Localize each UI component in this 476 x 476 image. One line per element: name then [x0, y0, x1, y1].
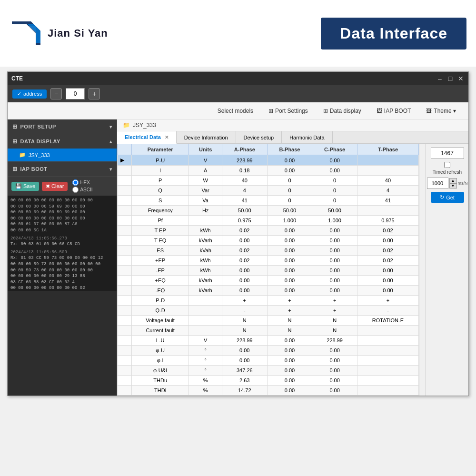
close-button[interactable]: ✕ — [457, 75, 465, 82]
hex-radio[interactable] — [72, 179, 79, 186]
row-arrow-cell — [118, 246, 132, 256]
table-row[interactable]: -EQ kVarh 0.00 0.00 0.00 0.00 — [118, 286, 419, 296]
table-row[interactable]: φ-U&I ° 347.26 0.00 0.00 — [118, 366, 419, 376]
app-window: CTE – □ ✕ ✓ address − + Select models ⊞ … — [7, 71, 469, 396]
page-title: Data Interface — [340, 25, 447, 42]
row-c-phase: 0 — [312, 186, 357, 196]
table-row[interactable]: I A 0.18 0.00 0.00 — [118, 166, 419, 176]
row-a-phase: 50.00 — [222, 206, 267, 216]
row-t-phase: ROTATION-E — [357, 316, 418, 326]
table-row[interactable]: Current fault N N N — [118, 326, 419, 336]
table-row[interactable]: THDu % 2.63 0.00 0.00 — [118, 376, 419, 386]
address-plus-button[interactable]: + — [89, 88, 100, 99]
interval-input[interactable] — [427, 178, 448, 189]
minimize-button[interactable]: – — [436, 75, 444, 82]
sidebar-header-iap-boot[interactable]: ⊞ IAP BOOT ▾ — [8, 162, 117, 176]
table-row[interactable]: -EP kWh 0.00 0.00 0.00 0.00 — [118, 266, 419, 276]
ascii-radio-label[interactable]: ASCII — [72, 187, 92, 193]
row-c-phase: 0.00 — [312, 366, 357, 376]
toolbar-data-display[interactable]: ⊞ Data display — [320, 107, 364, 115]
row-c-phase: 0.00 — [312, 155, 357, 166]
row-param: L-U — [132, 336, 189, 346]
row-units — [189, 326, 222, 336]
table-row[interactable]: φ-U ° 0.00 0.00 0.00 — [118, 346, 419, 356]
row-a-phase: 0.00 — [222, 356, 267, 366]
sidebar-item-jsy333[interactable]: 📁 JSY_333 — [8, 149, 117, 161]
tab-close-electrical[interactable]: ✕ — [165, 135, 169, 140]
value-input[interactable] — [431, 148, 464, 159]
refresh-icon: ↻ — [440, 194, 444, 200]
table-row[interactable]: φ-I ° 0.00 0.00 0.00 — [118, 356, 419, 366]
table-row[interactable]: THDi % 14.72 0.00 0.00 — [118, 386, 419, 396]
table-row[interactable]: ES kVah 0.02 0.00 0.00 0.02 — [118, 246, 419, 256]
row-c-phase: N — [312, 316, 357, 326]
table-row[interactable]: L-U V 228.99 0.00 228.99 — [118, 336, 419, 346]
tab-harmonic-data[interactable]: Harmonic Data — [282, 131, 332, 143]
table-row[interactable]: S Va 41 0 0 41 — [118, 196, 419, 206]
row-t-phase — [357, 166, 418, 176]
spin-down-button[interactable]: ▼ — [449, 183, 457, 188]
row-c-phase: + — [312, 296, 357, 306]
tabs-bar: Electrical Data ✕ Device Information Dev… — [117, 131, 468, 144]
theme-icon: 🖼 — [426, 108, 432, 114]
sidebar-header-data-display[interactable]: ⊞ DATA DISPLAY ▴ — [8, 134, 117, 149]
data-table-wrapper: Parameter Units A-Phase B-Phase C-Phase … — [117, 144, 419, 396]
row-t-phase: 0.00 — [357, 236, 418, 246]
timed-refresh-checkbox[interactable] — [444, 162, 450, 168]
device-setup-tab-label: Device setup — [244, 135, 274, 140]
row-t-phase: 41 — [357, 196, 418, 206]
timed-refresh-row: Timed refresh — [429, 162, 466, 175]
row-param: P — [132, 176, 189, 186]
table-row[interactable]: Frequency Hz 50.00 50.00 50.00 — [118, 206, 419, 216]
table-row[interactable]: Q Var 4 0 0 4 — [118, 186, 419, 196]
row-t-phase — [357, 386, 418, 396]
ascii-radio[interactable] — [72, 187, 79, 193]
table-row[interactable]: Pf 0.975 1.000 1.000 0.975 — [118, 216, 419, 226]
address-input[interactable] — [66, 88, 85, 99]
hex-line-2: 00 00 00 00 00 59 69 00 00 00 — [10, 204, 114, 210]
row-a-phase: 41 — [222, 196, 267, 206]
row-c-phase: 0 — [312, 196, 357, 206]
toolbar-select-models[interactable]: Select models — [215, 107, 256, 115]
hex-radio-label[interactable]: HEX — [72, 179, 92, 186]
spin-up-button[interactable]: ▲ — [449, 178, 457, 183]
table-row[interactable]: Voltage fault N N N ROTATION-E — [118, 316, 419, 326]
address-button[interactable]: ✓ address — [12, 89, 47, 99]
get-button[interactable]: ↻ Get — [431, 192, 464, 203]
save-button[interactable]: 💾 Save — [11, 182, 39, 191]
table-row[interactable]: +EQ kVarh 0.00 0.00 0.00 0.00 — [118, 276, 419, 286]
row-units: kWh — [189, 256, 222, 266]
save-icon: 💾 — [15, 183, 22, 189]
toolbar-port-settings[interactable]: ⊞ Port Settings — [266, 107, 311, 115]
tab-device-setup[interactable]: Device setup — [236, 131, 282, 143]
toolbar-iap-boot[interactable]: 🖼 IAP BOOT — [374, 107, 414, 115]
table-row[interactable]: P W 40 0 0 40 — [118, 176, 419, 186]
row-b-phase: 0.00 — [267, 155, 312, 166]
table-row[interactable]: P-D + + + + — [118, 296, 419, 306]
table-row[interactable]: +EP kWh 0.02 0.00 0.00 0.02 — [118, 256, 419, 266]
row-c-phase: 50.00 — [312, 206, 357, 216]
address-minus-button[interactable]: − — [50, 88, 62, 99]
table-row[interactable]: T EQ kVarh 0.00 0.00 0.00 0.00 — [118, 236, 419, 246]
row-param: I — [132, 166, 189, 176]
row-t-phase — [357, 206, 418, 216]
row-param: THDu — [132, 376, 189, 386]
row-param: φ-I — [132, 356, 189, 366]
toolbar-theme[interactable]: 🖼 Theme ▾ — [423, 107, 459, 115]
clear-button[interactable]: ✖ Clear — [42, 182, 68, 191]
device-path: 📁 JSY_333 — [117, 119, 468, 131]
sidebar-header-port-setup[interactable]: ⊞ PORT SETUP ▾ — [8, 119, 117, 134]
row-param: +EQ — [132, 276, 189, 286]
iap-icon: 🖼 — [377, 108, 382, 114]
company-logo-icon — [10, 19, 43, 48]
maximize-button[interactable]: □ — [446, 75, 454, 82]
table-row[interactable]: T EP kWh 0.02 0.00 0.00 0.02 — [118, 226, 419, 236]
row-arrow-cell — [118, 236, 132, 246]
table-row[interactable]: Q-D - + + - — [118, 306, 419, 316]
sidebar: ⊞ PORT SETUP ▾ ⊞ DATA DISPLAY ▴ 📁 JSY_33… — [8, 119, 117, 396]
row-b-phase: 0 — [267, 186, 312, 196]
row-param: T EP — [132, 226, 189, 236]
table-row[interactable]: ▶ P-U V 228.99 0.00 0.00 — [118, 155, 419, 166]
tab-device-information[interactable]: Device Information — [177, 131, 236, 143]
tab-electrical-data[interactable]: Electrical Data ✕ — [117, 131, 177, 144]
